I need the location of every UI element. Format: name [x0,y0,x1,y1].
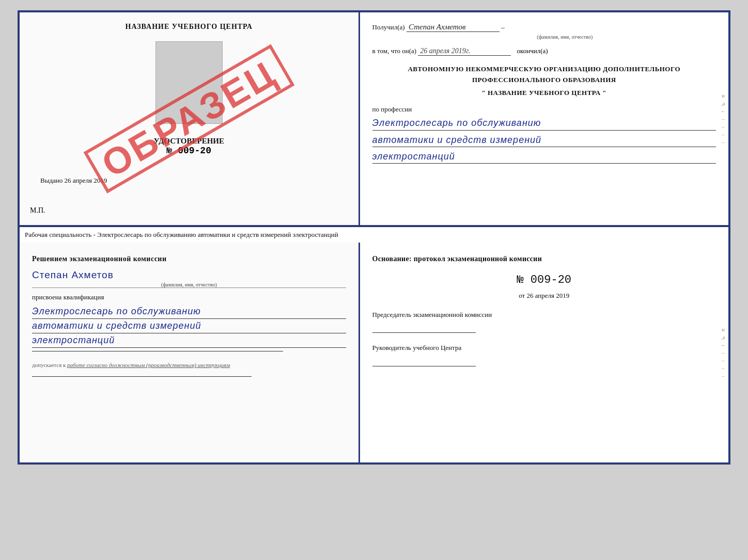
org-description: АВТОНОМНУЮ НЕКОММЕРЧЕСКУЮ ОРГАНИЗАЦИЮ ДО… [372,64,716,86]
issued-date: 26 апреля 2019 [65,177,107,184]
chairman-block: Председатель экзаменационной комиссии [372,310,716,333]
head-sig-line [372,356,476,366]
received-label: Получил(а) [372,23,405,31]
bottom-left-page: Решением экзаменационной комиссии Степан… [20,243,360,462]
head-block: Руководитель учебного Центра [372,343,716,366]
допускается-value: работе согласно должностным (производств… [67,362,230,368]
recipient-name: Степан Ахметов [407,23,500,32]
head-label: Руководитель учебного Центра [372,343,716,353]
cert-udost-title: УДОСТОВЕРЕНИЕ [154,137,225,146]
org-block: АВТОНОМНУЮ НЕКОММЕРЧЕСКУЮ ОРГАНИЗАЦИЮ ДО… [372,64,716,98]
bottom-fio-subtext: (фамилия, имя, отчество) [32,282,346,288]
qual-line2: автоматики и средств измерений [32,319,346,333]
cert-right-page: Получил(а) Степан Ахметов – (фамилия, им… [360,12,728,225]
cert-issued-block: Выдано 26 апреля 2019 [30,177,348,185]
profession-line2: автоматики и средств измерений [372,134,716,147]
cert-training-center-title: НАЗВАНИЕ УЧЕБНОГО ЦЕНТРА [126,23,253,31]
protocol-number: № 009-20 [372,274,716,286]
profession-block: по профессии Электрослесарь по обслужива… [372,105,716,164]
cert-number: № 009-20 [154,146,225,156]
separator-content: Рабочая специальность - Электрослесарь п… [25,231,338,238]
cert-mp: М.П. [30,206,45,215]
допускается-block: допускается к работе согласно должностны… [32,362,346,368]
org-name: " НАЗВАНИЕ УЧЕБНОГО ЦЕНТРА " [372,88,716,99]
bottom-right-edge-decoration: и ,а ← – – – – [719,243,727,462]
in-that-line: в том, что он(а) 26 апреля 2019г. окончи… [372,47,716,56]
допускается-label: допускается к [32,362,66,368]
qual-line1: Электрослесарь по обслуживанию [32,305,346,319]
decision-title: Решением экзаменационной комиссии [32,255,346,263]
qual-line3: электростанций [32,333,346,348]
cert-book-top: НАЗВАНИЕ УЧЕБНОГО ЦЕНТРА УДОСТОВЕРЕНИЕ №… [18,10,730,227]
chairman-label: Председатель экзаменационной комиссии [372,310,716,319]
date-value: 26 апреля 2019г. [418,47,511,56]
cert-photo-placeholder [155,41,223,124]
separator-text: Рабочая специальность - Электрослесарь п… [18,227,730,243]
bottom-right-page: Основание: протокол экзаменационной коми… [360,243,728,462]
issued-label: Выдано [40,177,63,184]
cert-udost-block: УДОСТОВЕРЕНИЕ № 009-20 [154,137,225,156]
bottom-person-name: Степан Ахметов [32,269,346,281]
cert-left-page: НАЗВАНИЕ УЧЕБНОГО ЦЕНТРА УДОСТОВЕРЕНИЕ №… [20,12,360,225]
ot-label: от [519,292,525,299]
ot-date: 26 апреля 2019 [527,292,570,299]
cert-book-bottom: Решением экзаменационной комиссии Степан… [18,243,730,465]
ot-date-block: от 26 апреля 2019 [372,292,716,300]
profession-line3: электростанций [372,150,716,164]
document-wrapper: НАЗВАНИЕ УЧЕБНОГО ЦЕНТРА УДОСТОВЕРЕНИЕ №… [18,10,730,465]
bottom-right-content: Основание: протокол экзаменационной коми… [372,255,716,366]
recipient-line: Получил(а) Степан Ахметов – [372,23,716,32]
profession-label: по профессии [372,105,412,113]
finished-label: окончил(а) [517,47,548,55]
fio-subtext-top: (фамилия, имя, отчество) [414,34,716,40]
in-that-label: в том, что он(а) [372,47,417,55]
chairman-sig-line [372,323,476,333]
basis-title: Основание: протокол экзаменационной коми… [372,255,716,263]
profession-line1: Электрослесарь по обслуживанию [372,117,716,130]
assigned-text: присвоена квалификация [32,293,346,301]
right-edge-decoration: и ,а ← – – – – [719,12,727,225]
